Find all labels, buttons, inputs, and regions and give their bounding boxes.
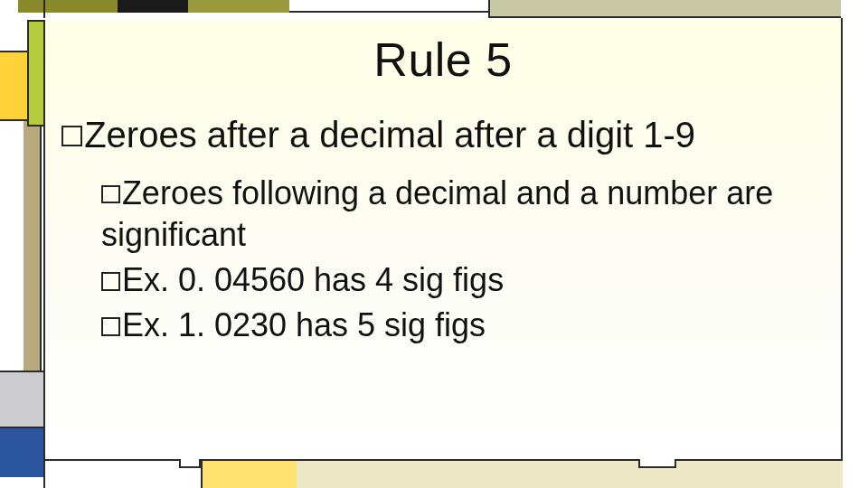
frame-line [289,11,490,13]
sub-bullet-list: Zeroes following a decimal and a number … [101,173,823,346]
frame-block [24,121,42,371]
frame-block [201,461,297,488]
frame-block [0,372,43,427]
bullet-level-1: Zeroes after a decimal after a digit 1-9 [61,114,825,156]
bullet-level-2: Ex. 1. 0230 has 5 sig figs [101,305,823,346]
frame-line [43,0,45,18]
frame-block [188,0,289,13]
frame-line [841,18,843,459]
bullet-level-2: Zeroes following a decimal and a number … [101,173,823,256]
sub-bullet-text: Zeroes following a decimal and a number … [101,174,773,253]
square-bullet-icon [101,272,120,291]
frame-block [488,0,841,18]
square-bullet-icon [101,317,120,336]
sub-bullet-text: Ex. 0. 04560 has 4 sig figs [122,261,504,298]
frame-block [118,0,188,13]
frame-block [18,0,118,13]
frame-block [0,427,43,477]
sub-bullet-text: Ex. 1. 0230 has 5 sig figs [122,306,486,343]
square-bullet-icon [61,126,82,146]
frame-block [297,461,843,488]
slide-stage: Rule 5 Zeroes after a decimal after a di… [0,0,868,488]
slide-title: Rule 5 [45,33,841,87]
square-bullet-icon [101,185,120,204]
bullet-text: Zeroes after a decimal after a digit 1-9 [84,115,695,155]
bullet-level-2: Ex. 0. 04560 has 4 sig figs [101,259,823,301]
slide-panel: Rule 5 Zeroes after a decimal after a di… [45,20,841,459]
